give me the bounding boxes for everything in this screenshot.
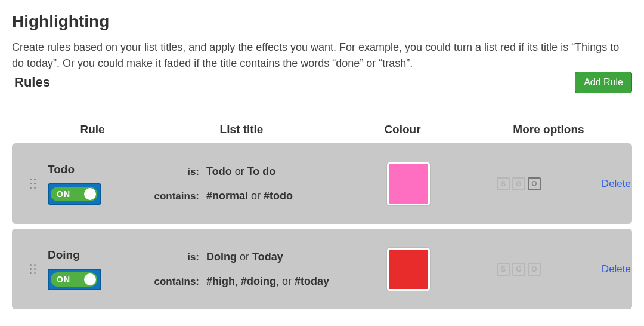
col-header-colour: Colour xyxy=(340,123,465,136)
option-s-toggle[interactable]: S xyxy=(497,177,510,190)
drag-handle-icon[interactable] xyxy=(18,264,48,275)
option-g-toggle[interactable]: G xyxy=(512,177,525,190)
option-g-toggle[interactable]: G xyxy=(512,263,525,276)
rule-row: Todo ON is: Todo or To do contains: #nor… xyxy=(12,143,632,224)
table-header-row: Rule List title Colour More options xyxy=(12,123,632,136)
rule-row: Doing ON is: Doing or Today contains: #h… xyxy=(12,229,632,309)
col-header-rule: Rule xyxy=(42,123,143,136)
option-o-toggle[interactable]: O xyxy=(528,263,541,276)
page-description: Create rules based on your list titles, … xyxy=(12,39,626,72)
colour-swatch[interactable] xyxy=(387,162,430,205)
col-header-list-title: List title xyxy=(143,123,340,136)
delete-rule-link[interactable]: Delete xyxy=(602,263,631,275)
colour-swatch[interactable] xyxy=(387,248,430,291)
option-o-toggle[interactable]: O xyxy=(528,177,541,190)
toggle-knob xyxy=(84,273,96,285)
toggle-on-label: ON xyxy=(57,275,70,284)
criteria-is-value: Doing or Today xyxy=(203,251,346,263)
criteria-contains-value: #normal or #todo xyxy=(203,190,346,202)
criteria-contains-value: #high, #doing, or #today xyxy=(203,275,346,288)
criteria-contains-label: contains: xyxy=(149,190,203,202)
option-s-toggle[interactable]: S xyxy=(497,263,510,276)
criteria-is-label: is: xyxy=(149,166,203,178)
delete-rule-link[interactable]: Delete xyxy=(602,178,631,189)
page-title: Highlighting xyxy=(12,12,632,31)
add-rule-button[interactable]: Add Rule xyxy=(575,72,632,93)
col-header-more-options: More options xyxy=(465,123,632,136)
rules-section-title: Rules xyxy=(14,75,50,90)
toggle-on-label: ON xyxy=(57,189,70,199)
rule-enabled-toggle[interactable]: ON xyxy=(48,183,101,205)
drag-handle-icon[interactable] xyxy=(18,179,48,189)
rule-enabled-toggle[interactable]: ON xyxy=(48,269,101,290)
rule-name-label: Doing xyxy=(48,248,149,262)
criteria-is-label: is: xyxy=(149,251,203,263)
criteria-contains-label: contains: xyxy=(149,276,203,288)
toggle-knob xyxy=(84,188,96,200)
criteria-is-value: Todo or To do xyxy=(203,165,346,178)
rule-name-label: Todo xyxy=(48,163,149,176)
